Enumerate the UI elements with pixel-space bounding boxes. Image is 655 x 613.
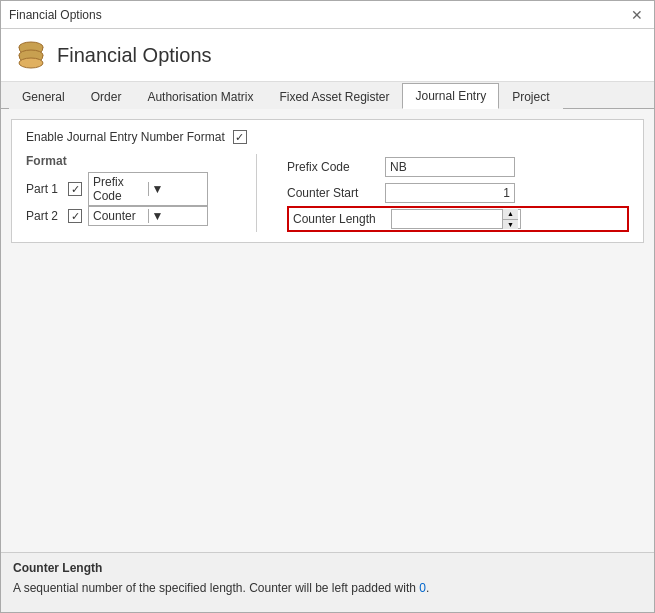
tab-project[interactable]: Project bbox=[499, 84, 562, 109]
spinner-up-button[interactable]: ▲ bbox=[503, 209, 518, 220]
status-desc-part2: . bbox=[426, 581, 429, 595]
counter-length-label: Counter Length bbox=[293, 212, 383, 226]
tab-authorisation-matrix[interactable]: Authorisation Matrix bbox=[134, 84, 266, 109]
enable-label: Enable Journal Entry Number Format bbox=[26, 130, 225, 144]
tab-fixed-asset-register[interactable]: Fixed Asset Register bbox=[266, 84, 402, 109]
prefix-code-label: Prefix Code bbox=[287, 160, 377, 174]
enable-row: Enable Journal Entry Number Format bbox=[26, 130, 629, 144]
header: Financial Options bbox=[1, 29, 654, 82]
counter-start-label: Counter Start bbox=[287, 186, 377, 200]
part2-row: Part 2 Counter ▼ bbox=[26, 206, 226, 226]
title-bar: Financial Options ✕ bbox=[1, 1, 654, 29]
close-button[interactable]: ✕ bbox=[628, 6, 646, 24]
spinner-down-button[interactable]: ▼ bbox=[503, 220, 518, 230]
tabs-bar: General Order Authorisation Matrix Fixed… bbox=[1, 82, 654, 109]
prefix-code-row: Prefix Code bbox=[287, 154, 629, 180]
page-title: Financial Options bbox=[57, 44, 212, 67]
status-desc-highlight: 0 bbox=[419, 581, 426, 595]
journal-entry-panel: Enable Journal Entry Number Format Forma… bbox=[11, 119, 644, 243]
part1-select[interactable]: Prefix Code ▼ bbox=[88, 172, 208, 206]
part2-select[interactable]: Counter ▼ bbox=[88, 206, 208, 226]
part2-select-value: Counter bbox=[93, 209, 145, 223]
part1-row: Part 1 Prefix Code ▼ bbox=[26, 172, 226, 206]
prefix-code-input[interactable] bbox=[385, 157, 515, 177]
part1-label: Part 1 bbox=[26, 182, 62, 196]
format-section: Format Part 1 Prefix Code ▼ Part 2 bbox=[26, 154, 629, 232]
tab-general[interactable]: General bbox=[9, 84, 78, 109]
status-description: A sequential number of the specified len… bbox=[13, 579, 642, 597]
enable-checkbox[interactable] bbox=[233, 130, 247, 144]
divider bbox=[256, 154, 257, 232]
part2-checkbox[interactable] bbox=[68, 209, 82, 223]
part2-label: Part 2 bbox=[26, 209, 62, 223]
window-title: Financial Options bbox=[9, 8, 102, 22]
part1-select-value: Prefix Code bbox=[93, 175, 145, 203]
counter-start-row: Counter Start bbox=[287, 180, 629, 206]
svg-point-2 bbox=[19, 58, 43, 68]
counter-length-spinner[interactable]: ▲ ▼ bbox=[391, 209, 521, 229]
tab-journal-entry[interactable]: Journal Entry bbox=[402, 83, 499, 109]
format-left: Format Part 1 Prefix Code ▼ Part 2 bbox=[26, 154, 226, 232]
status-desc-part1: A sequential number of the specified len… bbox=[13, 581, 419, 595]
spinner-buttons: ▲ ▼ bbox=[502, 209, 518, 229]
part2-dropdown-arrow: ▼ bbox=[148, 209, 204, 223]
status-title: Counter Length bbox=[13, 561, 642, 575]
main-window: Financial Options ✕ Financial Options Ge… bbox=[0, 0, 655, 613]
part1-dropdown-arrow: ▼ bbox=[148, 182, 204, 196]
counter-start-input[interactable] bbox=[385, 183, 515, 203]
tab-order[interactable]: Order bbox=[78, 84, 135, 109]
status-bar: Counter Length A sequential number of th… bbox=[1, 552, 654, 612]
content-area: Enable Journal Entry Number Format Forma… bbox=[1, 109, 654, 552]
app-icon bbox=[15, 39, 47, 71]
format-right: Prefix Code Counter Start Counter Length bbox=[287, 154, 629, 232]
counter-length-row: Counter Length ▲ ▼ bbox=[287, 206, 629, 232]
part1-checkbox[interactable] bbox=[68, 182, 82, 196]
format-label: Format bbox=[26, 154, 226, 168]
counter-length-input[interactable] bbox=[392, 210, 502, 228]
